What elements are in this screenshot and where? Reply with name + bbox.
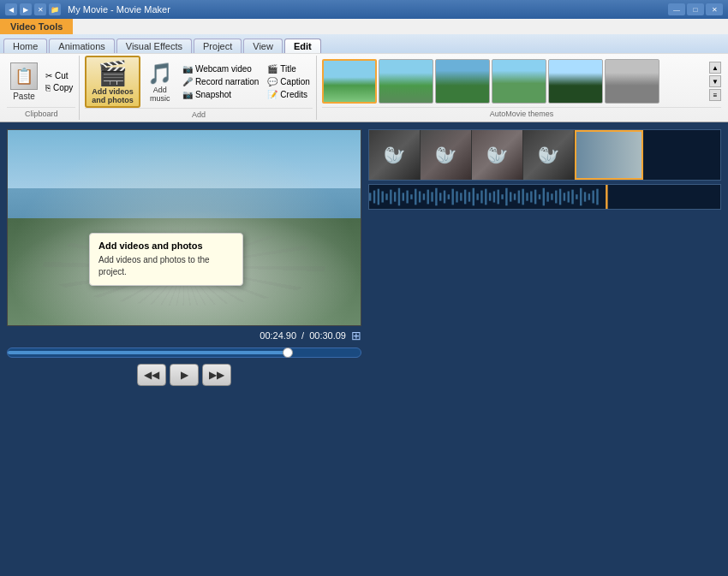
film-frame-selected[interactable] <box>575 130 643 180</box>
theme-thumb-3[interactable] <box>435 59 490 104</box>
film-frame-4[interactable]: 🦭 <box>523 130 575 180</box>
seagull-overlay <box>8 130 361 325</box>
theme-scroll-arrows: ▲ ▼ ≡ <box>709 62 721 101</box>
svg-rect-7 <box>394 192 396 201</box>
webcam-button[interactable]: 📷 Webcam video <box>180 63 261 74</box>
right-add-buttons: 📷 Webcam video 🎤 Record narration 📷 Snap… <box>180 63 261 100</box>
theme-thumbnails <box>322 59 707 104</box>
svg-rect-44 <box>546 192 548 201</box>
svg-rect-42 <box>539 194 540 199</box>
film-frame-2[interactable]: 🦭 <box>421 130 472 180</box>
svg-rect-16 <box>431 192 433 201</box>
automovie-group: ▲ ▼ ≡ AutoMovie themes <box>319 56 725 120</box>
theme-scroll-down[interactable]: ▼ <box>709 75 721 87</box>
tab-project[interactable]: Project <box>194 39 242 53</box>
svg-rect-40 <box>530 191 532 202</box>
theme-thumb-6[interactable] <box>605 59 659 104</box>
svg-rect-21 <box>451 189 453 205</box>
tab-visual-effects[interactable]: Visual Effects <box>116 39 192 53</box>
title-icon: 🎬 <box>267 64 277 74</box>
quick-access-icon3[interactable]: ✕ <box>34 3 46 15</box>
next-frame-icon: ▶▶ <box>209 369 224 381</box>
svg-rect-33 <box>501 194 503 199</box>
quick-access-icon4[interactable]: 📁 <box>49 3 61 15</box>
theme-thumb-2[interactable] <box>379 59 433 104</box>
quick-access-icon2[interactable]: ▶ <box>20 3 32 15</box>
progress-bar[interactable] <box>7 347 361 358</box>
theme-thumb-4[interactable] <box>492 59 546 104</box>
microphone-icon: 🎤 <box>182 77 193 86</box>
svg-rect-37 <box>518 191 520 204</box>
svg-rect-56 <box>596 189 598 205</box>
ribbon: Home Animations Visual Effects Project V… <box>0 34 728 122</box>
video-preview: Add videos and photos Add videos and pho… <box>7 129 361 326</box>
paste-label: Paste <box>13 92 35 101</box>
play-button[interactable]: ▶ <box>170 364 199 386</box>
svg-rect-3 <box>378 189 379 205</box>
film-frame-3[interactable]: 🦭 <box>472 130 523 180</box>
add-content: 🎬 Add videosand photos 🎵 Addmusic 📷 Webc… <box>85 56 312 108</box>
svg-rect-43 <box>543 188 545 206</box>
theme-scroll-up[interactable]: ▲ <box>709 62 721 74</box>
caption-button[interactable]: 💬 Caption <box>265 76 312 87</box>
prev-frame-button[interactable]: ◀◀ <box>137 364 166 386</box>
svg-rect-26 <box>473 188 474 206</box>
svg-rect-48 <box>564 193 565 200</box>
music-icon: 🎵 <box>147 62 173 86</box>
tab-view[interactable]: View <box>243 39 283 53</box>
tab-animations[interactable]: Animations <box>49 39 114 53</box>
svg-rect-50 <box>571 190 573 205</box>
theme-scroll-more[interactable]: ≡ <box>709 89 721 101</box>
add-music-button[interactable]: 🎵 Addmusic <box>144 60 176 104</box>
svg-rect-46 <box>555 191 557 204</box>
svg-rect-22 <box>456 191 457 202</box>
svg-rect-25 <box>468 192 470 201</box>
paste-icon: 📋 <box>10 62 38 90</box>
minimize-button[interactable]: — <box>668 3 685 15</box>
svg-rect-5 <box>385 193 387 199</box>
svg-rect-17 <box>435 188 437 206</box>
timeline-strip: 🦭 🦭 🦭 🦭 <box>368 129 721 181</box>
maximize-button[interactable]: □ <box>687 3 704 15</box>
tab-edit[interactable]: Edit <box>284 39 321 53</box>
svg-rect-15 <box>427 190 429 205</box>
expand-button[interactable]: ⊞ <box>351 329 361 342</box>
title-button[interactable]: 🎬 Title <box>265 63 312 74</box>
svg-rect-49 <box>568 191 570 202</box>
tab-home[interactable]: Home <box>3 39 47 53</box>
close-button[interactable]: ✕ <box>706 3 723 15</box>
player-controls: ◀◀ ▶ ▶▶ <box>7 360 361 389</box>
svg-rect-12 <box>415 189 416 205</box>
video-tools-tab[interactable]: Video Tools <box>0 19 73 34</box>
quick-access-icon1[interactable]: ◀ <box>5 3 17 15</box>
ribbon-tabs: Home Animations Visual Effects Project V… <box>0 34 728 53</box>
svg-rect-36 <box>514 193 516 199</box>
svg-rect-14 <box>423 193 425 199</box>
svg-rect-35 <box>510 192 511 201</box>
svg-rect-27 <box>476 193 478 199</box>
add-music-label: Addmusic <box>150 86 170 103</box>
add-group: 🎬 Add videosand photos 🎵 Addmusic 📷 Webc… <box>81 56 316 120</box>
svg-rect-29 <box>485 189 486 205</box>
theme-thumb-5[interactable] <box>548 59 603 104</box>
svg-rect-45 <box>551 193 552 199</box>
record-narration-button[interactable]: 🎤 Record narration <box>180 76 261 87</box>
play-icon: ▶ <box>181 369 188 381</box>
film-frame-1[interactable]: 🦭 <box>369 130 421 180</box>
paste-button[interactable]: 📋 Paste <box>7 61 41 103</box>
add-videos-button[interactable]: 🎬 Add videosand photos <box>85 56 140 108</box>
theme-thumb-1[interactable] <box>322 59 377 104</box>
title-bar-icons: ◀ ▶ ✕ 📁 <box>5 3 61 15</box>
svg-rect-30 <box>489 193 491 200</box>
progress-thumb[interactable] <box>283 347 293 358</box>
credits-button[interactable]: 📝 Credits <box>265 89 312 100</box>
cut-icon: ✂ <box>45 71 52 80</box>
time-separator: / <box>301 330 304 341</box>
svg-rect-18 <box>439 193 441 200</box>
next-frame-button[interactable]: ▶▶ <box>202 364 231 386</box>
cut-button[interactable]: ✂ Cut <box>43 70 75 81</box>
tooltip: Add videos and photos Add videos and pho… <box>89 233 243 286</box>
snapshot-button[interactable]: 📷 Snapshot <box>180 89 261 100</box>
copy-button[interactable]: ⎘ Copy <box>43 82 75 93</box>
left-panel: Add videos and photos Add videos and pho… <box>0 122 368 556</box>
